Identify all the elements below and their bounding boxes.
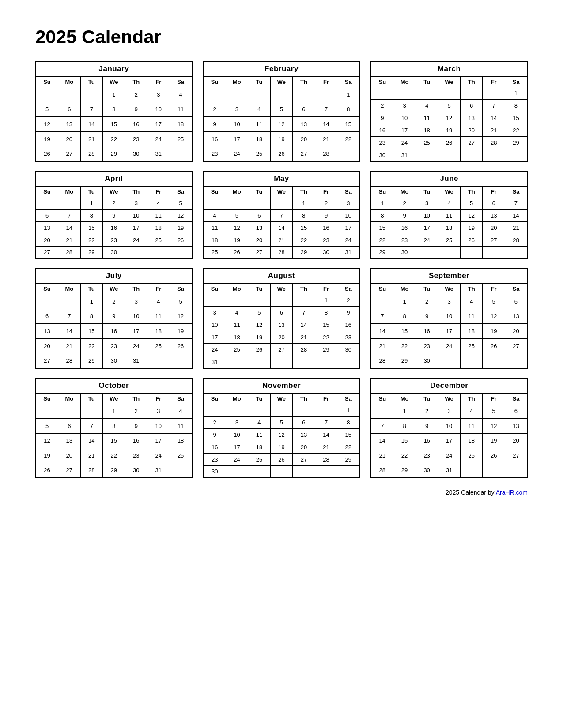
day-cell: 20: [505, 324, 527, 339]
day-cell: [416, 246, 438, 259]
day-cell: [204, 404, 226, 416]
week-row: 2345678: [371, 100, 527, 112]
day-cell: 14: [371, 324, 393, 339]
day-header: Sa: [337, 186, 360, 197]
day-cell: 16: [416, 433, 438, 448]
day-cell: [293, 356, 315, 368]
day-cell: 2: [371, 100, 393, 112]
day-cell: 22: [315, 331, 337, 344]
day-cell: 7: [315, 416, 337, 428]
week-row: 14151617181920: [371, 324, 527, 339]
day-header: We: [103, 76, 125, 87]
day-header: Su: [204, 283, 226, 294]
day-cell: 14: [80, 433, 103, 448]
day-cell: 27: [293, 453, 315, 465]
day-cell: [270, 87, 293, 102]
week-row: 123456: [371, 404, 527, 419]
day-cell: 11: [170, 102, 192, 117]
day-cell: 5: [438, 100, 461, 112]
day-cell: 13: [36, 221, 58, 234]
day-cell: 12: [483, 419, 505, 434]
day-cell: 11: [147, 209, 170, 221]
month-name-february: February: [204, 61, 360, 76]
day-cell: 29: [371, 246, 393, 259]
day-cell: 9: [315, 209, 337, 221]
day-cell: [226, 87, 248, 102]
day-cell: [315, 87, 337, 102]
week-row: 18192021222324: [204, 234, 360, 246]
day-cell: 17: [226, 131, 248, 146]
day-cell: 31: [393, 149, 416, 161]
day-cell: 29: [103, 146, 125, 161]
day-cell: [270, 197, 293, 209]
day-cell: 26: [170, 338, 192, 353]
day-header: Th: [125, 186, 147, 197]
day-cell: 1: [337, 404, 360, 416]
week-row: 567891011: [36, 102, 192, 117]
day-cell: 11: [416, 112, 438, 124]
day-cell: 2: [125, 87, 147, 102]
day-cell: [36, 197, 58, 209]
day-cell: 28: [80, 146, 103, 161]
month-name-october: October: [36, 378, 192, 393]
day-cell: [226, 404, 248, 416]
day-cell: [226, 465, 248, 478]
day-cell: 25: [416, 137, 438, 149]
day-cell: 4: [170, 404, 192, 419]
day-cell: 11: [460, 419, 483, 434]
day-cell: 21: [505, 221, 527, 234]
day-cell: 24: [438, 338, 461, 353]
day-cell: 6: [58, 102, 81, 117]
day-cell: 21: [80, 448, 103, 463]
day-header: Mo: [58, 393, 81, 404]
day-cell: 15: [393, 433, 416, 448]
day-cell: 25: [460, 338, 483, 353]
day-cell: 13: [483, 209, 505, 221]
page-title: 2025 Calendar: [35, 26, 528, 48]
day-header: We: [270, 393, 293, 404]
day-cell: 23: [125, 131, 147, 146]
day-cell: 19: [170, 221, 192, 234]
day-header: Tu: [80, 283, 103, 294]
day-cell: 28: [371, 353, 393, 368]
day-cell: 19: [483, 324, 505, 339]
day-cell: 11: [204, 221, 226, 234]
day-cell: 12: [483, 309, 505, 324]
day-cell: 5: [460, 197, 483, 209]
week-row: 1234: [36, 87, 192, 102]
day-cell: 1: [80, 294, 103, 309]
day-cell: 1: [371, 197, 393, 209]
day-cell: [393, 87, 416, 100]
day-cell: 1: [103, 87, 125, 102]
month-table-december: DecemberSuMoTuWeThFrSa123456789101112131…: [370, 378, 528, 479]
day-cell: 17: [147, 433, 170, 448]
month-name-december: December: [371, 378, 527, 393]
day-cell: 23: [337, 331, 360, 344]
day-header: Tu: [248, 393, 271, 404]
day-header: Fr: [147, 283, 170, 294]
day-cell: 6: [505, 404, 527, 419]
week-row: 12345: [36, 294, 192, 309]
day-cell: [371, 404, 393, 419]
day-cell: 1: [393, 294, 416, 309]
day-cell: 22: [293, 234, 315, 246]
day-cell: 4: [248, 102, 271, 117]
day-cell: 5: [483, 404, 505, 419]
day-cell: [337, 356, 360, 368]
day-cell: 18: [170, 117, 192, 132]
day-cell: 16: [103, 324, 125, 339]
footer-link[interactable]: AraHR.com: [496, 489, 528, 496]
day-cell: 17: [125, 324, 147, 339]
day-cell: 6: [505, 294, 527, 309]
week-row: 25262728293031: [204, 246, 360, 259]
day-cell: 28: [58, 353, 81, 368]
day-header: Mo: [58, 283, 81, 294]
day-cell: 18: [438, 221, 461, 234]
day-cell: 20: [483, 221, 505, 234]
day-header: Su: [204, 393, 226, 404]
day-cell: 5: [270, 102, 293, 117]
day-cell: 16: [125, 433, 147, 448]
day-cell: [36, 294, 58, 309]
month-name-march: March: [371, 61, 527, 76]
day-cell: 7: [80, 419, 103, 434]
